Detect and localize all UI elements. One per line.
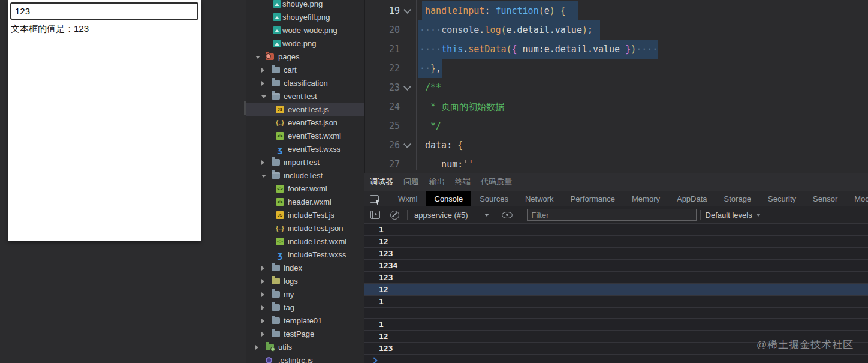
devtool-tab-network[interactable]: Network [517, 191, 562, 206]
inspect-element-icon[interactable] [370, 195, 379, 203]
clear-console-icon[interactable] [390, 211, 399, 220]
code-line-20[interactable]: 20····console.log(e.detail.value); [365, 20, 868, 40]
devtool-tab-console[interactable]: Console [426, 191, 472, 206]
chevron-right-icon[interactable] [261, 305, 264, 310]
tree-item-classification[interactable]: classification [246, 77, 364, 90]
tree-item-wode.png[interactable]: wode.png [246, 37, 364, 50]
chevron-right-icon[interactable] [261, 81, 264, 86]
console-row[interactable]: 12 [364, 284, 868, 296]
devtool-tab-memory[interactable]: Memory [623, 191, 668, 206]
tree-item-eventTest.json[interactable]: {..}eventTest.json [246, 116, 364, 130]
tree-item-my[interactable]: my [246, 288, 364, 301]
filter-input[interactable] [527, 209, 697, 221]
console-row[interactable]: 123 [364, 248, 868, 260]
open-folder-icon [266, 53, 274, 60]
tree-item-index[interactable]: index [246, 262, 364, 275]
panel-tab-输出[interactable]: 输出 [429, 176, 445, 187]
code-text: data: { [420, 136, 463, 155]
tree-item-testPage[interactable]: testPage [246, 328, 364, 341]
fold-chevron-icon[interactable] [403, 6, 411, 14]
fold-chevron-icon[interactable] [403, 83, 411, 91]
tree-item-template01[interactable]: template01 [246, 314, 364, 328]
tree-item-includeTest.wxml[interactable]: <>includeTest.wxml [246, 235, 364, 248]
console-row[interactable]: 123 [364, 272, 868, 284]
eye-icon[interactable] [502, 212, 513, 218]
console-row-empty[interactable] [364, 308, 868, 319]
tree-item-.eslintrc.js[interactable]: .eslintrc.js [246, 354, 364, 363]
code-token: ···· [420, 25, 441, 35]
tree-item-includeTest.wxss[interactable]: ʒincludeTest.wxss [246, 248, 364, 262]
tree-item-eventTest.wxss[interactable]: ʒeventTest.wxss [246, 143, 364, 156]
tree-item-includeTest.js[interactable]: JSincludeTest.js [246, 209, 364, 222]
tree-item-header.wxml[interactable]: <>header.wxml [246, 196, 364, 209]
devtool-tab-security[interactable]: Security [760, 191, 804, 206]
console-prompt[interactable] [364, 355, 868, 363]
console-row[interactable]: 12 [364, 236, 868, 248]
devtool-tab-appdata[interactable]: AppData [668, 191, 716, 206]
chevron-right-icon[interactable] [261, 292, 264, 297]
code-token: e.detail.value [507, 25, 582, 35]
tree-item-shouye.png[interactable]: shouye.png [246, 0, 364, 11]
panel-tab-终端[interactable]: 终端 [455, 176, 471, 187]
chevron-right-icon[interactable] [261, 160, 264, 165]
text-input[interactable] [10, 2, 198, 20]
chevron-right-icon[interactable] [255, 345, 258, 350]
chevron-right-icon[interactable] [261, 332, 264, 337]
console-row[interactable]: 1 [364, 319, 868, 331]
code-line-24[interactable]: 24 * 页面的初始数据 [365, 97, 868, 116]
code-editor[interactable]: 19 handleInput: function(e) {20····conso… [364, 0, 868, 173]
code-line-27[interactable]: 27 num:'' [365, 155, 868, 173]
code-token: * 页面的初始数据 [420, 101, 504, 112]
code-token: ···· [636, 44, 658, 55]
tree-item-cart[interactable]: cart [246, 64, 364, 77]
code-line-22[interactable]: 22··}, [365, 59, 868, 78]
tree-item-tag[interactable]: tag [246, 301, 364, 314]
panel-tab-代码质量[interactable]: 代码质量 [481, 176, 512, 187]
tree-item-includeTest.json[interactable]: {..}includeTest.json [246, 222, 364, 235]
tree-item-logs[interactable]: logs [246, 275, 364, 288]
tree-item-pages[interactable]: pages [246, 50, 364, 64]
fold-chevron-icon[interactable] [403, 140, 411, 148]
panel-tab-调试器[interactable]: 调试器 [370, 176, 393, 187]
tree-item-includeTest[interactable]: includeTest [246, 169, 364, 182]
panel-tab-问题[interactable]: 问题 [403, 176, 419, 187]
devtool-tab-sensor[interactable]: Sensor [804, 191, 846, 206]
chevron-right-icon[interactable] [261, 279, 264, 284]
context-selector[interactable]: appservice (#5) [414, 211, 468, 220]
console-row[interactable]: 1 [364, 224, 868, 236]
folder-icon [272, 278, 280, 284]
console-row[interactable]: 1234 [364, 260, 868, 272]
chevron-down-icon[interactable] [261, 95, 266, 98]
chevron-right-icon[interactable] [261, 319, 264, 323]
tree-item-eventTest.wxml[interactable]: <>eventTest.wxml [246, 130, 364, 143]
tree-item-utils[interactable]: utils [246, 341, 364, 354]
code-line-21[interactable]: 21····this.setData({ num:e.detail.value … [365, 40, 868, 59]
line-number: 23 [365, 78, 400, 97]
tree-item-footer.wxml[interactable]: <>footer.wxml [246, 182, 364, 196]
code-line-26[interactable]: 26 data: { [365, 136, 868, 155]
code-line-23[interactable]: 23 /** [365, 78, 868, 97]
debugger-panel: 调试器问题输出终端代码质量 WxmlConsoleSourcesNetworkP… [364, 173, 868, 363]
devtool-tab-mock[interactable]: Mock [846, 191, 868, 206]
tree-item-shouyefill.png[interactable]: shouyefill.png [246, 11, 364, 24]
chevron-right-icon[interactable] [261, 68, 264, 73]
log-levels-selector[interactable]: Default levels [706, 211, 752, 220]
tree-item-importTest[interactable]: importTest [246, 156, 364, 169]
tree-item-eventTest.js[interactable]: JSeventTest.js [246, 103, 364, 116]
devtool-tab-sources[interactable]: Sources [471, 191, 517, 206]
tree-item-wode-wode.png[interactable]: wode-wode.png [246, 24, 364, 37]
chevron-down-icon[interactable] [484, 214, 489, 217]
console-row[interactable]: 1 [364, 296, 868, 308]
chevron-down-icon[interactable] [261, 175, 266, 178]
devtool-tab-performance[interactable]: Performance [562, 191, 623, 206]
code-line-25[interactable]: 25 */ [365, 116, 868, 136]
chevron-down-icon[interactable] [756, 214, 761, 217]
devtool-tab-storage[interactable]: Storage [716, 191, 760, 206]
dock-side-icon[interactable] [370, 211, 380, 219]
chevron-down-icon[interactable] [255, 56, 260, 59]
code-line-19[interactable]: 19 handleInput: function(e) { [365, 1, 868, 20]
code-token: ( [501, 25, 506, 35]
chevron-right-icon[interactable] [261, 266, 264, 271]
tree-item-eventTest[interactable]: eventTest [246, 90, 364, 103]
devtool-tab-wxml[interactable]: Wxml [390, 191, 426, 206]
